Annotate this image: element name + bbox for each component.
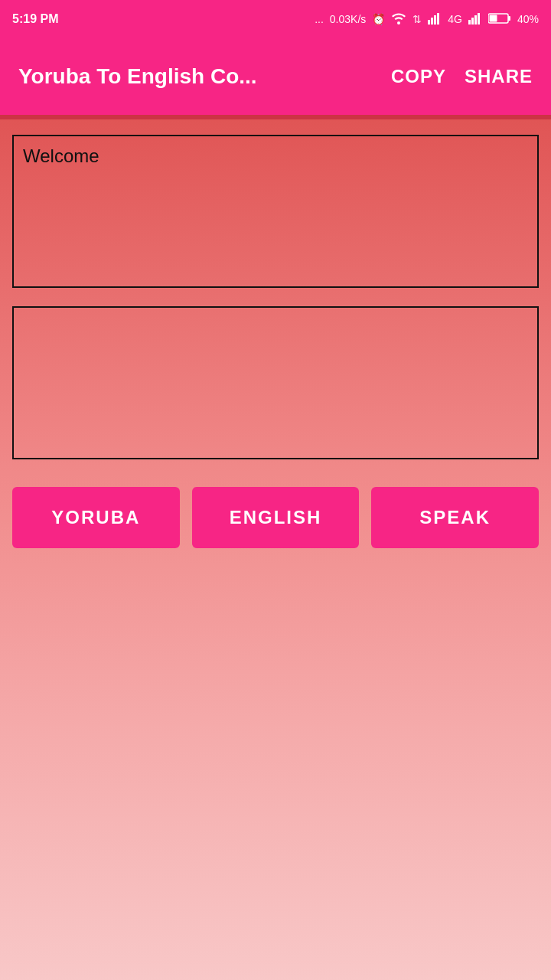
speak-button[interactable]: SPEAK [371,487,539,548]
svg-rect-6 [474,15,477,24]
signal-icon [428,12,442,27]
output-textarea[interactable] [12,306,539,459]
share-button[interactable]: SHARE [465,66,533,87]
battery-icon [488,12,511,27]
svg-rect-5 [471,18,474,24]
svg-rect-4 [468,20,471,24]
network-label: 4G [448,13,462,25]
app-bar: Yoruba To English Co... COPY SHARE [0,38,551,115]
wifi-icon [391,12,406,27]
status-right: ... 0.03K/s ⏰ ⇅ 4G [315,12,539,27]
alarm-icon: ⏰ [372,13,385,25]
status-time: 5:19 PM [12,12,58,26]
svg-rect-7 [478,13,480,24]
svg-rect-2 [434,15,436,24]
status-bar: 5:19 PM ... 0.03K/s ⏰ ⇅ 4G [0,0,551,38]
battery-percent: 40% [517,13,539,25]
yoruba-button[interactable]: YORUBA [12,487,180,548]
app-bar-actions: COPY SHARE [391,66,533,87]
english-button[interactable]: ENGLISH [192,487,360,548]
arrows-icon: ⇅ [412,13,422,25]
svg-rect-1 [431,18,433,24]
svg-rect-9 [508,16,510,21]
buttons-row: YORUBA ENGLISH SPEAK [12,487,539,548]
svg-rect-10 [489,15,497,21]
svg-rect-0 [428,20,430,24]
app-title: Yoruba To English Co... [18,64,391,89]
input-textarea[interactable]: Welcome [12,135,539,288]
status-dots: ... [315,13,324,25]
signal2-icon [468,12,482,27]
svg-rect-3 [437,13,439,24]
status-speed: 0.03K/s [330,13,366,25]
copy-button[interactable]: COPY [391,66,446,87]
main-content: Welcome YORUBA ENGLISH SPEAK [0,119,551,980]
